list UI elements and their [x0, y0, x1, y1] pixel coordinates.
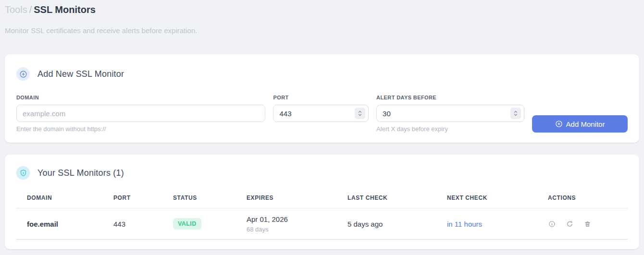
plus-circle-icon: [16, 67, 30, 81]
table-header-row: DOMAIN PORT STATUS EXPIRES LAST CHECK NE…: [16, 194, 628, 208]
refresh-icon[interactable]: [566, 220, 574, 228]
domain-field-group: DOMAIN Enter the domain without https://: [16, 95, 265, 133]
expires-date: Apr 01, 2026: [247, 215, 337, 223]
add-monitor-card-title: Add New SSL Monitor: [37, 69, 124, 79]
status-badge: VALID: [173, 218, 201, 230]
add-monitor-card: Add New SSL Monitor DOMAIN Enter the dom…: [5, 54, 639, 143]
monitor-port: 443: [103, 208, 162, 240]
monitor-status-cell: VALID: [162, 208, 236, 240]
monitors-card: Your SSL Monitors (1) DOMAIN PORT STATUS…: [5, 155, 639, 249]
domain-label: DOMAIN: [16, 95, 265, 101]
alert-days-input[interactable]: [376, 105, 524, 122]
breadcrumb: Tools/SSL Monitors: [5, 3, 639, 16]
col-header-next-check: NEXT CHECK: [436, 194, 537, 208]
col-header-expires: EXPIRES: [236, 194, 337, 208]
domain-helper-text: Enter the domain without https://: [16, 125, 265, 133]
col-header-status: STATUS: [162, 194, 236, 208]
monitor-actions-cell: [537, 208, 628, 240]
col-header-domain: DOMAIN: [16, 194, 103, 208]
breadcrumb-separator: /: [29, 4, 32, 15]
shield-icon: [16, 166, 30, 180]
col-header-last-check: LAST CHECK: [337, 194, 436, 208]
monitor-expires-cell: Apr 01, 2026 68 days: [236, 208, 337, 240]
table-row: foe.email 443 VALID Apr 01, 2026 68 days…: [16, 208, 628, 240]
monitors-card-header: Your SSL Monitors (1): [16, 166, 628, 180]
port-label: PORT: [273, 95, 369, 101]
monitor-domain: foe.email: [16, 208, 103, 240]
alert-days-stepper[interactable]: [510, 108, 521, 119]
monitor-next-check: in 11 hours: [436, 208, 537, 240]
add-monitor-form: DOMAIN Enter the domain without https://…: [16, 95, 628, 133]
plus-circle-icon: [555, 120, 563, 128]
monitors-card-title: Your SSL Monitors (1): [37, 168, 124, 178]
col-header-port: PORT: [103, 194, 162, 208]
monitor-last-check: 5 days ago: [337, 208, 436, 240]
add-monitor-card-header: Add New SSL Monitor: [16, 67, 628, 81]
info-icon[interactable]: [548, 220, 556, 228]
alert-days-field-group: ALERT DAYS BEFORE Alert X days before ex…: [376, 95, 524, 133]
add-monitor-button[interactable]: Add Monitor: [532, 115, 628, 133]
port-field-group: PORT: [273, 95, 369, 122]
page-title: SSL Monitors: [34, 4, 96, 15]
alert-days-label: ALERT DAYS BEFORE: [376, 95, 524, 101]
expires-days-remaining: 68 days: [247, 226, 337, 233]
trash-icon[interactable]: [583, 220, 592, 228]
breadcrumb-tools-link[interactable]: Tools: [5, 4, 27, 15]
add-monitor-button-label: Add Monitor: [566, 120, 605, 128]
page-subtitle: Monitor SSL certificates and receive ale…: [5, 26, 639, 36]
domain-input[interactable]: [16, 105, 265, 122]
col-header-actions: ACTIONS: [537, 194, 628, 208]
ssl-monitors-page: Tools/SSL Monitors Monitor SSL certifica…: [0, 0, 644, 249]
port-stepper[interactable]: [355, 108, 365, 119]
alert-days-helper-text: Alert X days before expiry: [376, 125, 524, 133]
monitors-table: DOMAIN PORT STATUS EXPIRES LAST CHECK NE…: [16, 194, 628, 240]
